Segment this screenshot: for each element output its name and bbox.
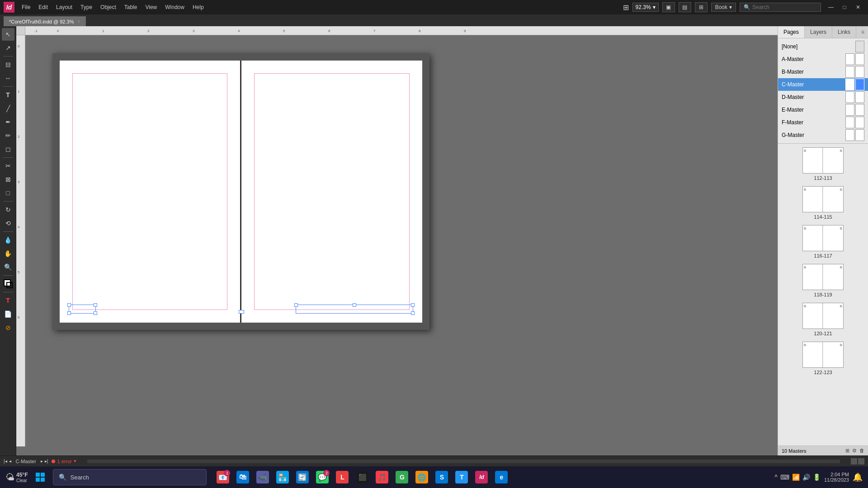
taskbar-app-indesign[interactable]: Id — [472, 468, 491, 486]
last-page-button[interactable]: ▸| — [45, 459, 48, 464]
menu-type[interactable]: Type — [77, 2, 96, 12]
notification-bell[interactable]: 🔔 — [853, 472, 863, 482]
spread-122-123[interactable]: B B 122-123 — [782, 342, 864, 375]
minimize-button[interactable]: — — [825, 2, 837, 12]
page-tool[interactable]: ⊟ — [2, 58, 14, 71]
tab-links[interactable]: Links — [832, 26, 856, 38]
master-item-c[interactable]: C-Master — [778, 78, 868, 91]
first-page-button[interactable]: |◂ — [4, 459, 7, 464]
color-selector[interactable] — [2, 277, 14, 290]
network-icon[interactable]: 📶 — [792, 474, 800, 481]
view-mode-btn1[interactable]: ▣ — [662, 2, 675, 12]
master-item-g[interactable]: G-Master — [778, 129, 868, 141]
taskbar-app-globe[interactable]: 🌐 — [413, 468, 431, 486]
master-item-a[interactable]: A-Master — [778, 53, 868, 66]
view-mode-btn3[interactable]: ⊞ — [695, 2, 708, 12]
zoom-tool[interactable]: 🔍 — [2, 261, 14, 273]
taskbar-app-store[interactable]: 🛍 — [234, 468, 252, 486]
spread-120-121[interactable]: B B 120-121 — [782, 303, 864, 336]
page-left[interactable] — [60, 61, 241, 323]
panel-toggle-btn2[interactable] — [858, 458, 864, 465]
menu-layout[interactable]: Layout — [52, 2, 76, 12]
gap-tool[interactable]: ↔ — [2, 72, 14, 84]
menu-table[interactable]: Table — [121, 2, 141, 12]
page-right[interactable] — [241, 61, 422, 323]
book-dropdown[interactable]: Book ▾ — [711, 3, 736, 12]
formatting-tool[interactable]: T — [2, 294, 14, 307]
taskbar-search[interactable]: 🔍 Search — [53, 469, 207, 485]
menu-window[interactable]: Window — [161, 2, 188, 12]
search-input[interactable] — [752, 4, 817, 10]
document-tab[interactable]: *CoreOfTruth0.indd @ 92.3% × — [4, 16, 86, 26]
direct-selection-tool[interactable]: ↗ — [2, 42, 14, 54]
taskbar-app-todo[interactable]: T — [453, 468, 471, 486]
battery-icon[interactable]: 🔋 — [813, 474, 821, 481]
taskbar-app-mail[interactable]: 📧 1 — [214, 468, 232, 486]
rectangle-frame-tool[interactable]: ⊠ — [2, 173, 14, 186]
master-item-f[interactable]: F-Master — [778, 116, 868, 129]
tab-layers[interactable]: Layers — [805, 26, 832, 38]
canvas-area[interactable]: -1 0 1 2 3 4 5 6 7 8 9 0 1 2 3 4 5 6 — [16, 26, 778, 455]
clock[interactable]: 2:04 PM 11/28/2023 — [824, 472, 849, 483]
master-item-e[interactable]: E-Master — [778, 103, 868, 116]
tab-pages[interactable]: Pages — [778, 26, 805, 38]
view-mode-tool[interactable]: 📄 — [2, 308, 14, 320]
view-mode-btn2[interactable]: ▤ — [679, 2, 691, 12]
taskbar-app-teams[interactable]: 📹 — [254, 468, 272, 486]
taskbar-app-edge[interactable]: e — [492, 468, 510, 486]
text-frame-right[interactable] — [296, 305, 413, 314]
hand-tool[interactable]: ✋ — [2, 247, 14, 260]
start-button[interactable] — [31, 468, 49, 486]
menu-file[interactable]: File — [18, 2, 34, 12]
keyboard-icon[interactable]: ⌨ — [780, 474, 789, 481]
next-page-button[interactable]: ▸ — [41, 459, 43, 464]
master-item-none[interactable]: [None] — [778, 40, 868, 53]
show-hidden-icons[interactable]: ^ — [774, 474, 778, 481]
preflight-icon[interactable]: ⊞ — [623, 3, 629, 12]
text-frame-left[interactable] — [69, 305, 96, 314]
menu-object[interactable]: Object — [97, 2, 120, 12]
volume-icon[interactable]: 🔊 — [802, 474, 810, 481]
taskbar-app-music[interactable]: 🎵 — [373, 468, 391, 486]
panel-toggle-btn1[interactable] — [851, 458, 857, 465]
line-tool[interactable]: ╱ — [2, 102, 14, 115]
tab-close-button[interactable]: × — [77, 19, 80, 24]
screen-mode-tool[interactable]: ⊘ — [2, 321, 14, 334]
eraser-tool[interactable]: ◻ — [2, 143, 14, 155]
zoom-control[interactable]: 92.3% ▾ — [632, 3, 659, 12]
type-tool[interactable]: T — [2, 89, 14, 101]
menu-view[interactable]: View — [142, 2, 160, 12]
stroke-color[interactable] — [6, 282, 13, 288]
menu-edit[interactable]: Edit — [35, 2, 52, 12]
taskbar-app-skype[interactable]: S — [433, 468, 451, 486]
selection-tool[interactable]: ↖ — [2, 28, 14, 41]
eyedropper-tool[interactable]: 💧 — [2, 234, 14, 246]
pencil-tool[interactable]: ✏ — [2, 129, 14, 142]
error-indicator[interactable]: 1 error ▾ — [52, 458, 76, 464]
master-item-b[interactable]: B-Master — [778, 66, 868, 78]
maximize-button[interactable]: □ — [838, 2, 851, 12]
rotate-tool[interactable]: ↻ — [2, 203, 14, 216]
menu-help[interactable]: Help — [189, 2, 208, 12]
spread-118-119[interactable]: B B 118-119 — [782, 264, 864, 297]
new-master-button[interactable]: ⊞ — [845, 448, 849, 454]
taskbar-app-lasso[interactable]: L — [333, 468, 351, 486]
taskbar-app-whatsapp[interactable]: 💬 2 — [313, 468, 331, 486]
scissors-tool[interactable]: ✂ — [2, 160, 14, 172]
spread-116-117[interactable]: B B 116-117 — [782, 225, 864, 258]
panel-menu-button[interactable]: ≡ — [858, 26, 868, 38]
taskbar-app-g[interactable]: G — [393, 468, 411, 486]
taskbar-app-terminal[interactable]: ⬛ — [353, 468, 371, 486]
panel-settings-button[interactable]: ⚙ — [852, 448, 857, 454]
rectangle-tool[interactable]: □ — [2, 187, 14, 199]
pen-tool[interactable]: ✒ — [2, 116, 14, 128]
search-box[interactable]: 🔍 — [740, 3, 821, 12]
close-button[interactable]: ✕ — [852, 2, 864, 12]
spread-112-113[interactable]: B B 112-113 — [782, 147, 864, 181]
taskbar-app-ms-store[interactable]: 🏪 — [274, 468, 292, 486]
prev-page-button[interactable]: ◂ — [9, 459, 11, 464]
spread-114-115[interactable]: B B 114-115 — [782, 186, 864, 220]
scrollbar-horizontal[interactable] — [87, 460, 840, 463]
delete-master-button[interactable]: 🗑 — [859, 448, 864, 454]
master-item-d[interactable]: D-Master — [778, 91, 868, 103]
